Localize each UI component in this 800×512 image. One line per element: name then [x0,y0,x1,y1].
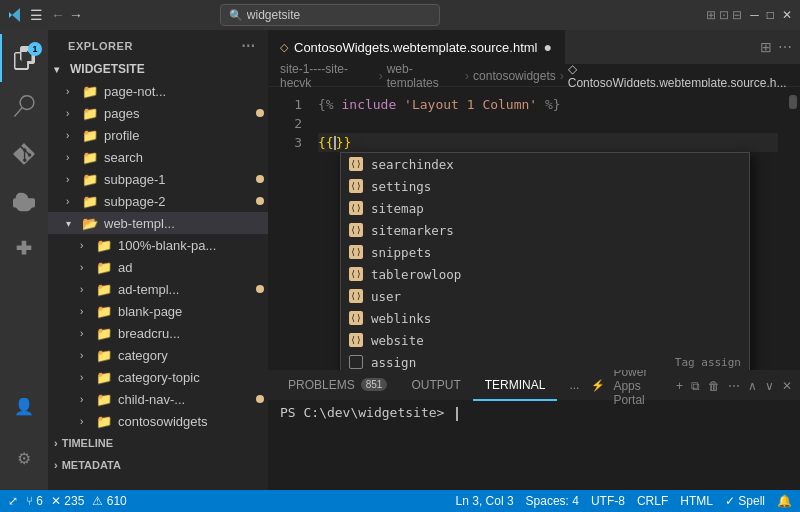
add-terminal-button[interactable]: + [676,379,683,393]
activity-accounts[interactable]: 👤 [0,382,48,430]
ac-item-sitemarkers[interactable]: ⟨⟩ sitemarkers [341,219,749,241]
panel-tab-terminal[interactable]: TERMINAL [473,371,558,401]
close-button[interactable]: ✕ [782,8,792,22]
activity-settings[interactable]: ⚙ [0,434,48,482]
sidebar-item-page-not[interactable]: › 📁 page-not... [48,80,268,102]
sidebar-root[interactable]: ▾ WIDGETSITE [48,58,268,80]
new-file-icon[interactable]: ⋯ [241,38,256,54]
code-token: 'Layout 1 Column' [404,95,537,114]
ac-item-assign[interactable]: assign Tag assign [341,351,749,370]
ac-item-tablerowloop[interactable]: ⟨⟩ tablerowloop [341,263,749,285]
sidebar-item-web-templ[interactable]: ▾ 📂 web-templ... [48,212,268,234]
title-bar: ☰ ← → 🔍 ⊞ ⊡ ⊟ ─ □ ✕ [0,0,800,30]
sidebar-item-search[interactable]: › 📁 search [48,146,268,168]
window-controls: ⊞ ⊡ ⊟ ─ □ ✕ [706,8,792,22]
sidebar-item-profile[interactable]: › 📁 profile [48,124,268,146]
sidebar-metadata[interactable]: › METADATA [48,454,268,476]
activity-debug[interactable] [0,178,48,226]
status-position[interactable]: Ln 3, Col 3 [456,494,514,508]
ac-item-website[interactable]: ⟨⟩ website [341,329,749,351]
ac-detail: Tag assign [675,356,741,369]
maximize-button[interactable]: □ [767,8,774,22]
sidebar-item-category-topic[interactable]: › 📁 category-topic [48,366,268,388]
sidebar-item-100-blank[interactable]: › 📁 100%-blank-pa... [48,234,268,256]
breadcrumb-sep: › [560,69,564,83]
code-token [537,95,545,114]
breadcrumb-part1[interactable]: site-1----site-hecvk [280,62,375,90]
status-feedback[interactable]: 🔔 [777,494,792,508]
status-remote[interactable]: ⤢ [8,494,18,508]
sidebar-item-child-nav[interactable]: › 📁 child-nav-... [48,388,268,410]
ac-item-user[interactable]: ⟨⟩ user [341,285,749,307]
panel-tab-problems[interactable]: PROBLEMS 851 [276,371,399,401]
status-warnings[interactable]: ⚠ 610 [92,494,126,508]
status-spaces[interactable]: Spaces: 4 [526,494,579,508]
editor-tab-active[interactable]: ◇ ContosoWidgets.webtemplate.source.html… [268,30,565,64]
ac-item-snippets[interactable]: ⟨⟩ snippets [341,241,749,263]
title-search-input[interactable] [247,8,431,22]
status-git[interactable]: ⑂ 6 [26,494,43,508]
sidebar-item-subpage2[interactable]: › 📁 subpage-2 [48,190,268,212]
sidebar-item-category[interactable]: › 📁 category [48,344,268,366]
sidebar-item-blank-page[interactable]: › 📁 blank-page [48,300,268,322]
sidebar-item-breadcru[interactable]: › 📁 breadcru... [48,322,268,344]
activity-explorer[interactable]: 1 [0,34,48,82]
ac-item-settings[interactable]: ⟨⟩ settings [341,175,749,197]
sidebar-item-contosowidgets[interactable]: › 📁 contosowidgets [48,410,268,432]
snippet-icon: ⟨⟩ [349,289,363,303]
minimize-button[interactable]: ─ [750,8,759,22]
split-terminal-button[interactable]: ⧉ [691,379,700,393]
status-errors[interactable]: ✕ 235 [51,494,84,508]
close-panel-button[interactable]: ✕ [782,379,792,393]
panel-tab-output[interactable]: OUTPUT [399,371,472,401]
sidebar-item-label: web-templ... [104,216,268,231]
sidebar-timeline[interactable]: › TIMELINE [48,432,268,454]
sidebar-item-subpage1[interactable]: › 📁 subpage-1 [48,168,268,190]
breadcrumb: site-1----site-hecvk › web-templates › c… [268,65,800,87]
chevron-right-icon: › [54,437,58,449]
forward-button[interactable]: → [69,7,83,23]
title-search-bar[interactable]: 🔍 [220,4,440,26]
menu-button[interactable]: ☰ [30,7,43,23]
ac-item-sitemap[interactable]: ⟨⟩ sitemap [341,197,749,219]
delete-terminal-button[interactable]: 🗑 [708,379,720,393]
breadcrumb-part2[interactable]: web-templates [387,62,461,90]
status-spell[interactable]: ✓ Spell [725,494,765,508]
panel-tab-more[interactable]: ... [557,371,591,401]
status-line-ending[interactable]: CRLF [637,494,668,508]
status-language[interactable]: HTML [680,494,713,508]
activity-extensions[interactable] [0,226,48,274]
sidebar-item-pages[interactable]: › 📁 pages [48,102,268,124]
back-button[interactable]: ← [51,7,65,23]
activity-git[interactable] [0,130,48,178]
expand-panel-button[interactable]: ∨ [765,379,774,393]
folder-icon: 📁 [82,194,100,209]
split-editor-icon[interactable]: ⊞ [760,39,772,55]
folder-icon: 📁 [82,106,100,121]
chevron-right-icon: › [80,394,96,405]
status-encoding[interactable]: UTF-8 [591,494,625,508]
ac-item-searchindex[interactable]: ⟨⟩ searchindex [341,153,749,175]
editor-content[interactable]: 1 2 3 {% include 'Layout 1 Column' %} {{ [268,87,800,370]
snippet-icon: ⟨⟩ [349,245,363,259]
folder-icon: 📁 [96,304,114,319]
chevron-right-icon: › [80,372,96,383]
folder-icon: 📁 [82,84,100,99]
activity-search[interactable] [0,82,48,130]
sidebar-item-ad-templ[interactable]: › 📁 ad-templ... [48,278,268,300]
folder-icon: 📁 [96,282,114,297]
more-terminal-button[interactable]: ⋯ [728,379,740,393]
error-count: ✕ 235 [51,494,84,508]
modified-badge [256,197,264,205]
snippet-icon: ⟨⟩ [349,311,363,325]
collapse-panel-button[interactable]: ∧ [748,379,757,393]
root-label: WIDGETSITE [70,62,145,76]
sidebar-header-actions: ⋯ [241,38,256,54]
sidebar-item-ad[interactable]: › 📁 ad [48,256,268,278]
line-ending-label: CRLF [637,494,668,508]
sidebar-item-label: search [104,150,268,165]
breadcrumb-part3[interactable]: contosowidgets [473,69,556,83]
more-actions-icon[interactable]: ⋯ [778,39,792,55]
ac-item-weblinks[interactable]: ⟨⟩ weblinks [341,307,749,329]
sidebar-title: EXPLORER [68,40,133,52]
